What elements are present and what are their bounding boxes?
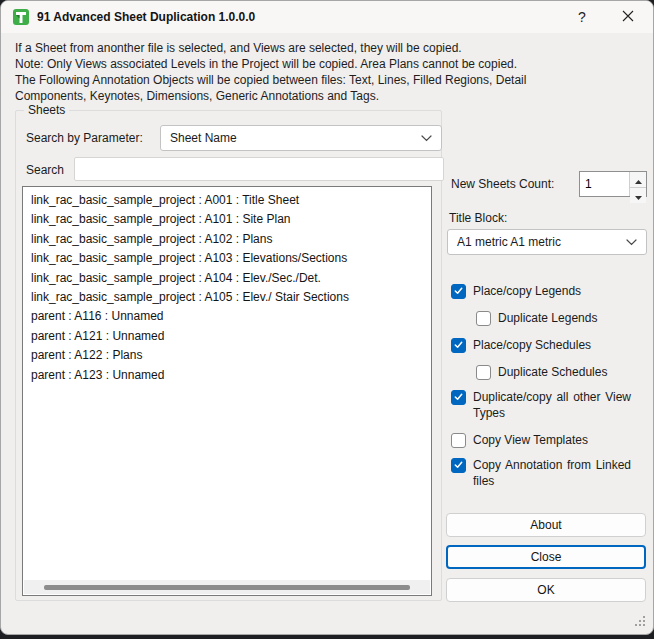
- warning-text: If a Sheet from anonther file is selecte…: [15, 40, 526, 104]
- horizontal-scrollbar[interactable]: [24, 580, 430, 594]
- list-item[interactable]: parent : A116 : Unnamed: [23, 307, 431, 326]
- ok-button[interactable]: OK: [446, 578, 646, 602]
- sheet-listbox: link_rac_basic_sample_project : A001 : T…: [22, 186, 432, 596]
- arrow-up-icon: [635, 172, 642, 187]
- list-item[interactable]: parent : A123 : Unnamed: [23, 366, 431, 385]
- checkbox-place-copy-legends[interactable]: Place/copy Legends: [451, 281, 647, 301]
- parameter-combobox-value: Sheet Name: [170, 131, 237, 145]
- warning-line: Components, Keynotes, Dimensions, Generi…: [15, 88, 526, 104]
- checkbox-unchecked: [476, 365, 491, 380]
- screen: 91 Advanced Sheet Duplication 1.0.0.0 ? …: [0, 0, 654, 639]
- warning-line: If a Sheet from anonther file is selecte…: [15, 40, 526, 56]
- sheets-group-label: Sheets: [24, 103, 69, 118]
- spin-up-button[interactable]: [630, 172, 646, 188]
- checkbox-unchecked: [451, 433, 466, 448]
- title-block-combobox[interactable]: A1 metric A1 metric: [447, 229, 647, 255]
- warning-line: The Following Annotation Objects will be…: [15, 72, 526, 88]
- checkbox-label: Duplicate Schedules: [498, 364, 607, 381]
- list-item[interactable]: link_rac_basic_sample_project : A102 : P…: [23, 230, 431, 249]
- checkbox-label: Place/copy Schedules: [473, 337, 591, 354]
- checkbox-place-copy-schedules[interactable]: Place/copy Schedules: [451, 335, 647, 355]
- new-sheets-count-label: New Sheets Count:: [451, 177, 554, 191]
- list-item[interactable]: link_rac_basic_sample_project : A101 : S…: [23, 210, 431, 229]
- scrollbar-thumb[interactable]: [44, 585, 410, 590]
- new-sheets-count-spinner: [579, 171, 647, 197]
- new-sheets-count-input[interactable]: [580, 172, 629, 196]
- search-input[interactable]: [74, 157, 444, 181]
- list-item[interactable]: link_rac_basic_sample_project : A104 : E…: [23, 269, 431, 288]
- arrow-down-icon: [635, 188, 642, 203]
- check-icon: [453, 285, 464, 299]
- chevron-down-icon: [421, 131, 432, 145]
- about-button[interactable]: About: [446, 513, 646, 537]
- checkbox-duplicate-copy-all-other-view-types[interactable]: Duplicate/copy all other View Types: [451, 389, 647, 423]
- list-item[interactable]: link_rac_basic_sample_project : A001 : T…: [23, 191, 431, 210]
- list-item[interactable]: parent : A121 : Unnamed: [23, 327, 431, 346]
- list-item[interactable]: link_rac_basic_sample_project : A105 : E…: [23, 288, 431, 307]
- spinner-buttons: [629, 172, 646, 196]
- warning-line: Note: Only Views associated Levels in th…: [15, 56, 526, 72]
- checkbox-duplicate-schedules[interactable]: Duplicate Schedules: [476, 362, 647, 382]
- checkbox-label: Place/copy Legends: [473, 283, 581, 300]
- checkbox-checked: [451, 284, 466, 299]
- checkbox-label: Copy Annotation from Linked files: [473, 457, 631, 489]
- sheet-list: link_rac_basic_sample_project : A001 : T…: [23, 187, 431, 385]
- checkbox-checked: [451, 458, 466, 473]
- resize-grip[interactable]: [635, 616, 647, 628]
- close-icon: [622, 9, 634, 25]
- checkbox-checked: [451, 390, 466, 405]
- parameter-combobox[interactable]: Sheet Name: [160, 125, 442, 151]
- search-label: Search: [26, 163, 64, 177]
- app-icon: [13, 9, 29, 25]
- dialog-window: 91 Advanced Sheet Duplication 1.0.0.0 ? …: [0, 0, 654, 635]
- checkbox-duplicate-legends[interactable]: Duplicate Legends: [476, 308, 647, 328]
- chevron-down-icon: [626, 235, 637, 249]
- title-block-label: Title Block:: [449, 211, 647, 225]
- checkbox-checked: [451, 338, 466, 353]
- checkbox-unchecked: [476, 311, 491, 326]
- check-icon: [453, 459, 464, 473]
- checkbox-label: Duplicate Legends: [498, 310, 597, 327]
- window-close-button[interactable]: [611, 1, 645, 33]
- title-block-combobox-value: A1 metric A1 metric: [457, 235, 561, 249]
- check-icon: [453, 391, 464, 405]
- close-button[interactable]: Close: [446, 545, 646, 569]
- options-checkboxes: Place/copy LegendsDuplicate LegendsPlace…: [447, 281, 647, 491]
- sheets-group: Sheets Search by Parameter: Sheet Name S…: [15, 110, 442, 601]
- spin-down-button[interactable]: [630, 188, 646, 203]
- checkbox-label: Duplicate/copy all other View Types: [473, 389, 631, 421]
- checkbox-label: Copy View Templates: [473, 432, 588, 449]
- options-panel: New Sheets Count: Title Block: A1 metr: [447, 171, 647, 498]
- search-by-parameter-label: Search by Parameter:: [26, 131, 143, 145]
- list-item[interactable]: link_rac_basic_sample_project : A103 : E…: [23, 249, 431, 268]
- checkbox-copy-view-templates[interactable]: Copy View Templates: [451, 430, 647, 450]
- check-icon: [453, 339, 464, 353]
- checkbox-copy-annotation-from-linked-files[interactable]: Copy Annotation from Linked files: [451, 457, 647, 491]
- new-sheets-count-row: New Sheets Count:: [447, 171, 647, 197]
- taskbar-edge: [0, 635, 654, 639]
- list-item[interactable]: parent : A122 : Plans: [23, 346, 431, 365]
- help-button[interactable]: ?: [565, 1, 599, 33]
- window-title: 91 Advanced Sheet Duplication 1.0.0.0: [37, 10, 255, 24]
- titlebar: 91 Advanced Sheet Duplication 1.0.0.0 ?: [1, 1, 653, 33]
